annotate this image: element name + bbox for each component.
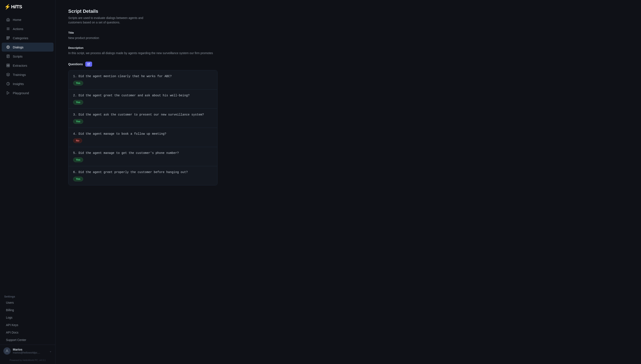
description-section: Description In this script, we process a… — [68, 46, 628, 56]
question-text: 5. Did the agent manage to get the custo… — [73, 151, 213, 155]
question-text: 4. Did the agent manage to book a follow… — [73, 132, 213, 136]
svg-rect-19 — [7, 66, 8, 67]
page-subtitle: Scripts are used to evaluate dialogs bet… — [68, 16, 154, 25]
svg-marker-22 — [7, 92, 10, 94]
sidebar-item-dialogs[interactable]: Dialogs — [2, 42, 54, 52]
playground-icon — [6, 91, 10, 95]
sidebar-item-trainings[interactable]: Trainings — [2, 70, 54, 79]
actions-icon — [6, 27, 10, 31]
sidebar-item-playground[interactable]: Playground — [2, 88, 54, 98]
question-item: 2. Did the agent greet the customer and … — [69, 90, 217, 109]
svg-rect-17 — [7, 64, 8, 65]
svg-point-3 — [7, 36, 7, 37]
svg-point-7 — [8, 38, 9, 38]
sidebar-item-users-label: Users — [6, 301, 14, 304]
sidebar-item-actions[interactable]: Actions — [2, 24, 54, 33]
sidebar-item-insights[interactable]: Insights — [2, 79, 54, 88]
logo-lightning-icon: ⚡ — [4, 4, 11, 10]
sidebar-item-support[interactable]: Support Center — [4, 336, 51, 344]
question-item: 5. Did the agent manage to get the custo… — [69, 147, 217, 166]
question-text: 6. Did the agent greet properly the cust… — [73, 170, 213, 174]
sidebar-item-support-label: Support Center — [6, 338, 26, 342]
categories-icon — [6, 36, 10, 40]
powered-by: Powered by HelloWorld PC, v4.3.1 — [0, 357, 55, 364]
user-area[interactable]: Marios marios@helloworldpc.... ⌄ — [0, 344, 55, 357]
question-text: 3. Did the agent ask the customer to pre… — [73, 112, 213, 117]
user-name: Marios — [13, 348, 47, 351]
svg-point-4 — [8, 36, 9, 37]
question-item: 6. Did the agent greet properly the cust… — [69, 166, 217, 185]
question-item: 3. Did the agent ask the customer to pre… — [69, 109, 217, 128]
svg-point-23 — [7, 350, 8, 351]
question-item: 1. Did the agent mention clearly that he… — [69, 70, 217, 90]
question-item: 4. Did the agent manage to book a follow… — [69, 128, 217, 147]
chevron-down-icon: ⌄ — [49, 349, 52, 353]
title-value: New product promotion — [68, 36, 628, 40]
user-email: marios@helloworldpc.... — [13, 351, 47, 354]
edit-questions-button[interactable] — [85, 62, 92, 67]
question-text: 2. Did the agent greet the customer and … — [73, 93, 213, 98]
insights-icon — [6, 82, 10, 86]
questions-header: Questions — [68, 62, 628, 67]
page-title: Script Details — [68, 8, 628, 14]
sidebar-item-api-keys[interactable]: API Keys — [4, 322, 51, 328]
nav-section: Home Actions Categories Dialogs — [0, 14, 55, 292]
svg-point-12 — [8, 46, 9, 48]
avatar — [4, 348, 11, 354]
page-header: Script Details Scripts are used to evalu… — [68, 8, 628, 25]
answer-badge: Yes — [73, 177, 83, 181]
sidebar-item-api-keys-label: API Keys — [6, 323, 18, 327]
question-text: 1. Did the agent mention clearly that he… — [73, 74, 213, 79]
answer-badge: Yes — [73, 81, 83, 86]
sidebar-item-insights-label: Insights — [13, 82, 24, 86]
sidebar-item-extractors[interactable]: Extractors — [2, 61, 54, 70]
settings-label: Settings — [4, 295, 51, 298]
sidebar-item-extractors-label: Extractors — [13, 64, 27, 67]
title-section: Title New product promotion — [68, 31, 628, 40]
description-label: Description — [68, 46, 628, 50]
svg-point-11 — [7, 46, 10, 48]
sidebar: ⚡ H//TS Home Actions Categories — [0, 0, 56, 364]
sidebar-item-scripts-label: Scripts — [13, 54, 23, 58]
main-content: Script Details Scripts are used to evalu… — [56, 0, 641, 364]
svg-point-8 — [9, 38, 10, 38]
sidebar-item-logs[interactable]: Logs — [4, 314, 51, 321]
sidebar-item-dialogs-label: Dialogs — [13, 46, 24, 49]
svg-point-5 — [9, 36, 10, 37]
answer-badge: Yes — [73, 100, 83, 105]
sidebar-item-logs-label: Logs — [6, 316, 12, 319]
description-value: In this script, we process all dialogs m… — [68, 51, 628, 56]
svg-point-6 — [7, 38, 7, 38]
svg-rect-20 — [8, 66, 10, 67]
settings-section: Settings Users Billing Logs API Keys API… — [0, 292, 55, 344]
logo-text: H//TS — [11, 4, 22, 10]
sidebar-item-billing-label: Billing — [6, 308, 14, 312]
sidebar-item-trainings-label: Trainings — [13, 73, 26, 76]
sidebar-item-api-docs-label: API Docs — [6, 331, 18, 334]
sidebar-item-api-docs[interactable]: API Docs — [4, 329, 51, 336]
extractors-icon — [6, 63, 10, 68]
trainings-icon — [6, 72, 10, 77]
sidebar-item-scripts[interactable]: Scripts — [2, 52, 54, 61]
sidebar-item-actions-label: Actions — [13, 27, 23, 31]
home-icon — [6, 18, 10, 22]
user-info: Marios marios@helloworldpc.... — [13, 348, 47, 354]
scripts-icon — [6, 54, 10, 58]
dialogs-icon — [6, 45, 10, 49]
sidebar-item-home-label: Home — [13, 18, 21, 22]
sidebar-item-categories[interactable]: Categories — [2, 34, 54, 42]
sidebar-item-billing[interactable]: Billing — [4, 306, 51, 314]
sidebar-item-users[interactable]: Users — [4, 299, 51, 306]
questions-list: 1. Did the agent mention clearly that he… — [68, 70, 218, 186]
sidebar-item-playground-label: Playground — [13, 91, 29, 95]
questions-label: Questions — [68, 62, 83, 66]
sidebar-item-home[interactable]: Home — [2, 15, 54, 24]
svg-rect-18 — [8, 64, 10, 65]
logo-area: ⚡ H//TS — [0, 0, 55, 14]
svg-point-9 — [7, 39, 7, 40]
answer-badge: Yes — [73, 158, 83, 162]
title-label: Title — [68, 31, 628, 34]
svg-point-10 — [8, 39, 9, 40]
answer-badge: Yes — [73, 119, 83, 124]
sidebar-item-categories-label: Categories — [13, 36, 28, 40]
